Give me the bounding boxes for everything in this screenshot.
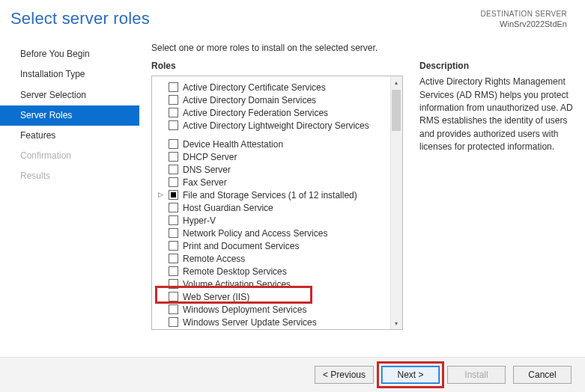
role-label: Network Policy and Access Services	[183, 228, 327, 239]
role-item[interactable]: Web Server (IIS)	[157, 290, 387, 303]
sidebar-item-confirmation: Confirmation	[0, 146, 139, 166]
role-label: DNS Server	[183, 165, 231, 175]
sidebar-item-features[interactable]: Features	[0, 126, 139, 146]
role-checkbox[interactable]	[169, 292, 178, 301]
role-checkbox[interactable]	[169, 317, 178, 327]
role-item[interactable]: Volume Activation Services	[157, 278, 387, 290]
role-checkbox[interactable]	[169, 165, 178, 174]
role-item[interactable]: Hyper-V	[157, 214, 387, 227]
role-item[interactable]: Active Directory Domain Services	[157, 94, 387, 106]
role-item[interactable]: Active Directory Lightweight Directory S…	[157, 119, 387, 132]
role-label: Active Directory Certificate Services	[183, 82, 326, 93]
sidebar-item-before-you-begin[interactable]: Before You Begin	[0, 44, 139, 64]
role-label: Device Health Attestation	[183, 139, 283, 150]
cancel-button[interactable]: Cancel	[513, 366, 572, 384]
role-checkbox[interactable]	[169, 241, 178, 251]
roles-list-inner: Active Directory Certificate ServicesAct…	[152, 76, 390, 329]
scrollbar-track[interactable]: ▴ ▾	[390, 76, 402, 329]
install-button: Install	[447, 366, 506, 384]
description-text: Active Directory Rights Management Servi…	[419, 76, 575, 153]
role-checkbox[interactable]	[169, 304, 178, 314]
expand-icon[interactable]: ▷	[158, 191, 163, 198]
description-column: Description Active Directory Rights Mana…	[419, 61, 575, 340]
wizard-footer: < Previous Next > Install Cancel	[0, 357, 585, 392]
role-item[interactable]: Active Directory Certificate Services	[157, 81, 387, 94]
roles-listbox[interactable]: Active Directory Certificate ServicesAct…	[151, 76, 403, 330]
role-group-gap	[157, 132, 387, 138]
role-label: File and Storage Services (1 of 12 insta…	[183, 190, 357, 200]
role-checkbox[interactable]	[169, 152, 178, 162]
role-label: Remote Desktop Services	[183, 266, 287, 277]
sidebar-item-server-selection[interactable]: Server Selection	[0, 85, 139, 105]
role-item[interactable]: Remote Desktop Services	[157, 265, 387, 278]
sidebar-item-server-roles[interactable]: Server Roles	[0, 105, 139, 126]
role-item[interactable]: Print and Document Services	[157, 239, 387, 252]
role-label: DHCP Server	[183, 152, 237, 162]
destination-label: DESTINATION SERVER	[480, 9, 567, 19]
role-checkbox[interactable]	[169, 254, 178, 263]
role-label: Hyper-V	[183, 215, 216, 226]
role-item[interactable]: Host Guardian Service	[157, 201, 387, 214]
role-label: Web Server (IIS)	[183, 292, 249, 302]
description-label: Description	[419, 61, 575, 71]
role-checkbox[interactable]	[169, 139, 178, 149]
destination-name: WinSrv2022StdEn	[480, 19, 567, 29]
role-label: Fax Server	[183, 177, 227, 188]
next-button[interactable]: Next >	[381, 366, 440, 384]
role-label: Windows Server Update Services	[183, 317, 317, 328]
role-label: Print and Document Services	[183, 241, 299, 251]
role-label: Active Directory Federation Services	[183, 108, 328, 118]
role-checkbox[interactable]	[169, 215, 178, 225]
destination-server-block: DESTINATION SERVER WinSrv2022StdEn	[480, 9, 567, 29]
roles-label: Roles	[151, 61, 403, 71]
role-checkbox[interactable]	[169, 279, 178, 289]
role-checkbox[interactable]	[169, 228, 178, 238]
role-item[interactable]: ▷File and Storage Services (1 of 12 inst…	[157, 189, 387, 201]
role-item[interactable]: Active Directory Federation Services	[157, 106, 387, 119]
role-item[interactable]: Fax Server	[157, 176, 387, 189]
role-checkbox[interactable]	[169, 108, 178, 117]
role-checkbox[interactable]	[169, 120, 178, 130]
role-item[interactable]: Remote Access	[157, 252, 387, 265]
wizard-main: Select one or more roles to install on t…	[139, 41, 585, 340]
role-checkbox[interactable]	[169, 82, 178, 92]
role-label: Host Guardian Service	[183, 203, 273, 213]
columns: Roles Active Directory Certificate Servi…	[151, 61, 575, 340]
role-item[interactable]: DNS Server	[157, 163, 387, 176]
scrollbar-thumb[interactable]	[392, 90, 401, 131]
scroll-down-icon[interactable]: ▾	[390, 317, 402, 329]
role-item[interactable]: DHCP Server	[157, 150, 387, 163]
role-label: Active Directory Domain Services	[183, 95, 316, 105]
role-label: Windows Deployment Services	[183, 304, 306, 315]
role-label: Volume Activation Services	[183, 279, 291, 290]
role-checkbox[interactable]	[169, 266, 178, 276]
wizard-header: Select server roles DESTINATION SERVER W…	[0, 0, 585, 34]
scroll-up-icon[interactable]: ▴	[390, 76, 402, 88]
wizard-step-sidebar: Before You BeginInstallation TypeServer …	[0, 41, 139, 340]
page-title: Select server roles	[10, 9, 150, 28]
role-item[interactable]: Network Policy and Access Services	[157, 227, 387, 239]
roles-column: Roles Active Directory Certificate Servi…	[151, 61, 403, 340]
sidebar-item-installation-type[interactable]: Installation Type	[0, 64, 139, 85]
role-checkbox[interactable]	[169, 95, 178, 105]
role-checkbox[interactable]	[169, 203, 178, 212]
role-checkbox[interactable]	[169, 190, 178, 200]
role-checkbox[interactable]	[169, 177, 178, 187]
instruction-text: Select one or more roles to install on t…	[151, 43, 575, 53]
role-label: Remote Access	[183, 254, 245, 264]
role-label: Active Directory Lightweight Directory S…	[183, 120, 369, 131]
wizard-body: Before You BeginInstallation TypeServer …	[0, 34, 585, 340]
role-item[interactable]: Windows Deployment Services	[157, 303, 387, 316]
role-item[interactable]: Windows Server Update Services	[157, 316, 387, 328]
sidebar-item-results: Results	[0, 166, 139, 186]
previous-button[interactable]: < Previous	[315, 366, 374, 384]
role-item[interactable]: Device Health Attestation	[157, 138, 387, 150]
